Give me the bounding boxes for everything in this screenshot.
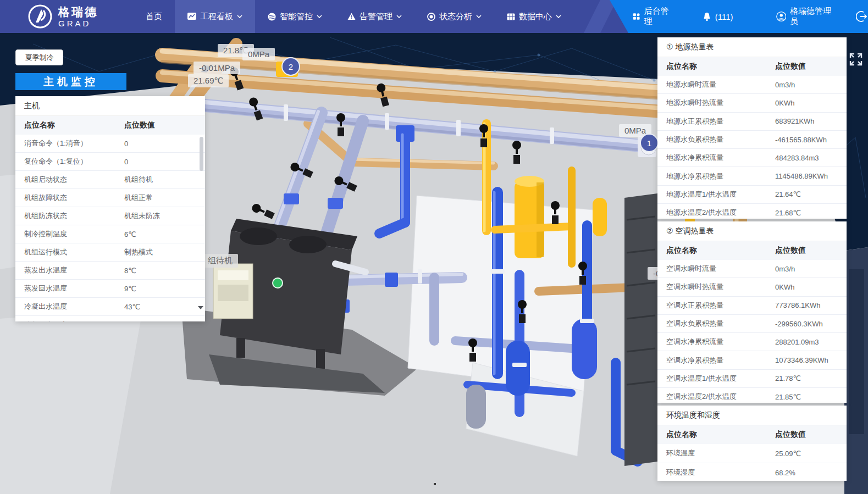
- table-header: 点位名称 点位数值: [657, 57, 847, 76]
- table-row: 地源水净累积流量484283.84m3: [657, 149, 847, 167]
- point-name: 蒸发回水温度: [15, 284, 124, 293]
- point-name: 地源水净累积热量: [657, 171, 775, 181]
- table-row: 机组故障状态机组正常: [15, 189, 205, 207]
- column-header-value: 点位数值: [775, 430, 806, 440]
- point-value: 1145486.89KWh: [775, 172, 828, 180]
- scrollbar-down-arrow[interactable]: [198, 306, 203, 309]
- point-name: 地源水净累积流量: [657, 153, 775, 163]
- point-name: 机组防冻状态: [15, 211, 124, 221]
- point-name: 空调水净累积流量: [657, 337, 775, 347]
- point-value: 68.2%: [775, 469, 795, 477]
- table-row: 蒸发回水温度9℃: [15, 280, 205, 298]
- table-row: 地源水瞬时流量0m3/h: [657, 76, 847, 94]
- nav-item-label: 状态分析: [439, 12, 472, 22]
- point-value: 21.64℃: [775, 190, 801, 198]
- point-name: 空调水温度1/供水温度: [657, 374, 775, 384]
- point-value: 21.68℃: [775, 209, 801, 217]
- point-name: 蒸发出水温度: [15, 265, 124, 275]
- marker-badge-1[interactable]: 1: [640, 134, 659, 152]
- point-value: 25.09℃: [775, 449, 801, 458]
- table-row: 冷凝回水温度40℃: [15, 316, 205, 321]
- nav-item-data-center[interactable]: 数据中心: [494, 0, 574, 33]
- table-row: 消音命令（1:消音）0: [15, 135, 205, 153]
- main-menu: 首页 工程看板 智能管控 告警管理: [133, 0, 574, 33]
- point-value: -461565.88KWh: [775, 136, 827, 144]
- scene-artifact-dot: [434, 483, 436, 485]
- column-header-value: 点位数值: [775, 246, 806, 256]
- ac-heat-meter-panel: ② 空调热量表 点位名称 点位数值 空调水瞬时流量0m3/h 空调水瞬时热流量0…: [657, 221, 847, 403]
- chevron-down-icon: [476, 15, 482, 18]
- nav-item-home[interactable]: 首页: [133, 0, 175, 33]
- logo-text-cn: 格瑞德: [58, 5, 98, 19]
- point-name: 机组启动状态: [15, 175, 124, 185]
- panel-title: 环境温度和湿度: [657, 406, 847, 425]
- table-row: 冷凝出水温度43℃: [15, 298, 205, 316]
- point-name: 机组故障状态: [15, 193, 124, 203]
- table-row: 空调水瞬时热流量0KWh: [657, 278, 847, 296]
- user-account[interactable]: 格瑞德管理员: [776, 6, 832, 27]
- grad-logo-icon: [27, 4, 53, 29]
- smart-control-icon: [268, 13, 276, 21]
- nav-item-status-analysis[interactable]: 状态分析: [414, 0, 494, 33]
- column-header-name: 点位名称: [15, 120, 124, 130]
- table-row: 复位命令（1:复位）0: [15, 153, 205, 171]
- navbar-right-section: 后台管理 (111) 格瑞德管理员: [610, 0, 868, 33]
- point-name: 冷凝回水温度: [15, 320, 124, 321]
- point-name: 地源水负累积热量: [657, 135, 775, 145]
- host-points-panel: 主机 点位名称 点位数值 消音命令（1:消音）0 复位命令（1:复位）0 机组启…: [15, 96, 205, 321]
- logout-button[interactable]: [856, 10, 868, 23]
- nav-item-label: 告警管理: [360, 12, 392, 22]
- brand-logo[interactable]: 格瑞德 GRAD: [27, 4, 98, 29]
- scrollbar-thumb[interactable]: [200, 137, 203, 171]
- table-row: 环境湿度68.2%: [657, 463, 847, 481]
- fullscreen-expand-icon[interactable]: [848, 52, 864, 67]
- point-name: 消音命令（1:消音）: [15, 138, 124, 148]
- point-value: 0: [124, 158, 128, 166]
- point-value: 484283.84m3: [775, 154, 819, 162]
- geothermal-heat-meter-panel: ① 地源热量表 点位名称 点位数值 地源水瞬时流量0m3/h 地源水瞬时热流量0…: [657, 37, 847, 219]
- top-navbar: 格瑞德 GRAD 首页 工程看板 智能管控: [0, 0, 868, 33]
- table-row: 地源水温度2/供水温度21.68℃: [657, 204, 847, 219]
- logo-text-en: GRAD: [58, 19, 98, 28]
- unit-status-label-clipped: 组待机: [202, 254, 238, 268]
- point-name: 环境湿度: [657, 468, 775, 478]
- column-header-name: 点位名称: [657, 62, 775, 71]
- marker-badge-2[interactable]: 2: [281, 57, 300, 76]
- point-value: 21.85℃: [775, 393, 801, 401]
- sensor-label-pressure-top: 0MPa: [242, 48, 275, 60]
- table-row: 机组启动状态机组待机: [15, 171, 205, 189]
- nav-item-smart-control[interactable]: 智能管控: [255, 0, 335, 33]
- table-row: 空调水净累积流量288201.09m3: [657, 333, 847, 351]
- bell-icon: [703, 12, 711, 21]
- host-table-header: 点位名称 点位数值: [15, 116, 205, 135]
- point-value: 6℃: [124, 230, 136, 238]
- nav-item-dashboard[interactable]: 工程看板: [175, 0, 255, 33]
- point-name: 制冷控制温度: [15, 229, 124, 239]
- point-name: 空调水正累积热量: [657, 301, 775, 310]
- table-row: 地源水正累积热量683921KWh: [657, 113, 847, 131]
- point-name: 地源水温度2/供水温度: [657, 208, 775, 218]
- point-value: -299560.3KWh: [775, 320, 823, 328]
- dashboard-icon: [187, 13, 196, 20]
- host-monitor-button[interactable]: 主机监控: [15, 73, 126, 90]
- chevron-down-icon: [396, 15, 402, 18]
- point-name: 空调水瞬时热流量: [657, 282, 775, 292]
- backstage-admin-button[interactable]: 后台管理: [633, 6, 672, 27]
- point-name: 地源水温度1/供水温度: [657, 190, 775, 199]
- nav-item-alarm[interactable]: 告警管理: [335, 0, 414, 33]
- sensor-label-pressure-mid: -0.01MPa: [193, 62, 240, 74]
- fan-coil-tower: [624, 193, 657, 466]
- chevron-down-icon: [317, 15, 322, 18]
- column-header-value: 点位数值: [124, 120, 155, 130]
- table-row: 制冷控制温度6℃: [15, 225, 205, 243]
- point-value: 43℃: [124, 303, 140, 311]
- notification-bell[interactable]: (111): [703, 12, 733, 21]
- status-analysis-icon: [427, 13, 435, 21]
- table-row: 空调水瞬时流量0m3/h: [657, 260, 847, 278]
- point-name: 冷凝出水温度: [15, 302, 124, 312]
- season-mode-button[interactable]: 夏季制冷: [15, 49, 63, 65]
- table-row: 机组防冻状态机组未防冻: [15, 207, 205, 225]
- data-center-icon: [507, 13, 515, 20]
- table-row: 地源水瞬时热流量0KWh: [657, 94, 847, 112]
- point-value: 8℃: [124, 267, 136, 275]
